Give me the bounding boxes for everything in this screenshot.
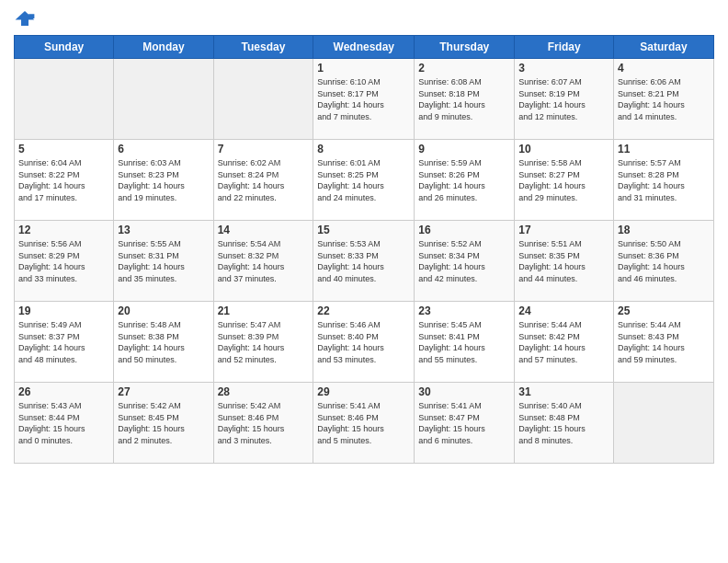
calendar-cell: 31Sunrise: 5:40 AM Sunset: 8:48 PM Dayli… bbox=[515, 383, 614, 464]
calendar-week-3: 19Sunrise: 5:49 AM Sunset: 8:37 PM Dayli… bbox=[15, 302, 714, 383]
calendar-cell: 5Sunrise: 6:04 AM Sunset: 8:22 PM Daylig… bbox=[15, 140, 114, 221]
calendar-header: Sunday Monday Tuesday Wednesday Thursday… bbox=[15, 36, 714, 59]
day-number: 7 bbox=[218, 143, 310, 155]
header-monday: Monday bbox=[114, 36, 213, 59]
day-number: 11 bbox=[618, 143, 710, 155]
day-number: 23 bbox=[418, 304, 510, 317]
calendar-cell: 18Sunrise: 5:50 AM Sunset: 8:36 PM Dayli… bbox=[614, 221, 714, 302]
calendar-cell bbox=[213, 59, 313, 140]
day-number: 30 bbox=[418, 385, 510, 398]
calendar-cell: 30Sunrise: 5:41 AM Sunset: 8:47 PM Dayli… bbox=[415, 383, 515, 464]
day-info: Sunrise: 5:43 AM Sunset: 8:44 PM Dayligh… bbox=[18, 400, 109, 446]
calendar-cell bbox=[114, 59, 213, 140]
calendar-cell: 19Sunrise: 5:49 AM Sunset: 8:37 PM Dayli… bbox=[15, 302, 114, 383]
calendar-cell: 21Sunrise: 5:47 AM Sunset: 8:39 PM Dayli… bbox=[213, 302, 313, 383]
day-number: 17 bbox=[518, 224, 609, 236]
day-info: Sunrise: 5:41 AM Sunset: 8:46 PM Dayligh… bbox=[317, 400, 410, 446]
calendar-cell bbox=[614, 383, 714, 464]
day-number: 1 bbox=[317, 62, 410, 75]
calendar-cell: 13Sunrise: 5:55 AM Sunset: 8:31 PM Dayli… bbox=[114, 221, 213, 302]
calendar-cell: 11Sunrise: 5:57 AM Sunset: 8:28 PM Dayli… bbox=[614, 140, 714, 221]
calendar-table: Sunday Monday Tuesday Wednesday Thursday… bbox=[14, 35, 714, 464]
day-number: 25 bbox=[618, 304, 710, 317]
day-number: 26 bbox=[18, 385, 109, 398]
page: Sunday Monday Tuesday Wednesday Thursday… bbox=[0, 0, 728, 563]
day-info: Sunrise: 6:02 AM Sunset: 8:24 PM Dayligh… bbox=[218, 157, 310, 203]
day-number: 3 bbox=[518, 62, 609, 75]
day-info: Sunrise: 5:54 AM Sunset: 8:32 PM Dayligh… bbox=[218, 238, 310, 284]
calendar-cell: 15Sunrise: 5:53 AM Sunset: 8:33 PM Dayli… bbox=[313, 221, 415, 302]
calendar-cell: 10Sunrise: 5:58 AM Sunset: 8:27 PM Dayli… bbox=[515, 140, 614, 221]
calendar-cell: 28Sunrise: 5:42 AM Sunset: 8:46 PM Dayli… bbox=[213, 383, 313, 464]
header-thursday: Thursday bbox=[415, 36, 515, 59]
calendar-cell: 20Sunrise: 5:48 AM Sunset: 8:38 PM Dayli… bbox=[114, 302, 213, 383]
day-number: 13 bbox=[118, 224, 209, 236]
day-number: 9 bbox=[418, 143, 510, 155]
day-info: Sunrise: 6:06 AM Sunset: 8:21 PM Dayligh… bbox=[618, 76, 710, 122]
day-number: 27 bbox=[118, 385, 209, 398]
day-number: 15 bbox=[317, 224, 410, 236]
day-number: 28 bbox=[218, 385, 310, 398]
day-info: Sunrise: 5:56 AM Sunset: 8:29 PM Dayligh… bbox=[18, 238, 109, 284]
logo bbox=[14, 9, 40, 28]
header-wednesday: Wednesday bbox=[313, 36, 415, 59]
day-number: 21 bbox=[218, 304, 310, 317]
day-number: 18 bbox=[618, 224, 710, 236]
calendar-cell: 6Sunrise: 6:03 AM Sunset: 8:23 PM Daylig… bbox=[114, 140, 213, 221]
calendar-cell bbox=[15, 59, 114, 140]
day-info: Sunrise: 5:46 AM Sunset: 8:40 PM Dayligh… bbox=[317, 319, 410, 365]
header-friday: Friday bbox=[515, 36, 614, 59]
calendar-cell: 14Sunrise: 5:54 AM Sunset: 8:32 PM Dayli… bbox=[213, 221, 313, 302]
calendar-cell: 4Sunrise: 6:06 AM Sunset: 8:21 PM Daylig… bbox=[614, 59, 714, 140]
calendar-cell: 16Sunrise: 5:52 AM Sunset: 8:34 PM Dayli… bbox=[415, 221, 515, 302]
header-tuesday: Tuesday bbox=[213, 36, 313, 59]
day-number: 2 bbox=[418, 62, 510, 75]
day-info: Sunrise: 5:53 AM Sunset: 8:33 PM Dayligh… bbox=[317, 238, 410, 284]
day-info: Sunrise: 5:47 AM Sunset: 8:39 PM Dayligh… bbox=[218, 319, 310, 365]
day-info: Sunrise: 6:10 AM Sunset: 8:17 PM Dayligh… bbox=[317, 76, 410, 122]
day-info: Sunrise: 5:50 AM Sunset: 8:36 PM Dayligh… bbox=[618, 238, 710, 284]
day-number: 20 bbox=[118, 304, 209, 317]
calendar-cell: 27Sunrise: 5:42 AM Sunset: 8:45 PM Dayli… bbox=[114, 383, 213, 464]
day-number: 19 bbox=[18, 304, 109, 317]
header bbox=[14, 9, 714, 28]
day-number: 4 bbox=[618, 62, 710, 75]
calendar-cell: 8Sunrise: 6:01 AM Sunset: 8:25 PM Daylig… bbox=[313, 140, 415, 221]
day-info: Sunrise: 5:58 AM Sunset: 8:27 PM Dayligh… bbox=[518, 157, 609, 203]
day-info: Sunrise: 6:01 AM Sunset: 8:25 PM Dayligh… bbox=[317, 157, 410, 203]
day-info: Sunrise: 5:41 AM Sunset: 8:47 PM Dayligh… bbox=[418, 400, 510, 446]
calendar-cell: 3Sunrise: 6:07 AM Sunset: 8:19 PM Daylig… bbox=[515, 59, 614, 140]
day-number: 12 bbox=[18, 224, 109, 236]
day-number: 10 bbox=[518, 143, 609, 155]
day-info: Sunrise: 5:44 AM Sunset: 8:43 PM Dayligh… bbox=[618, 319, 710, 365]
day-number: 16 bbox=[418, 224, 510, 236]
day-headers-row: Sunday Monday Tuesday Wednesday Thursday… bbox=[15, 36, 714, 59]
calendar-week-0: 1Sunrise: 6:10 AM Sunset: 8:17 PM Daylig… bbox=[15, 59, 714, 140]
header-saturday: Saturday bbox=[614, 36, 714, 59]
day-info: Sunrise: 5:57 AM Sunset: 8:28 PM Dayligh… bbox=[618, 157, 710, 203]
day-info: Sunrise: 5:49 AM Sunset: 8:37 PM Dayligh… bbox=[18, 319, 109, 365]
day-number: 5 bbox=[18, 143, 109, 155]
day-number: 31 bbox=[518, 385, 609, 398]
day-info: Sunrise: 5:55 AM Sunset: 8:31 PM Dayligh… bbox=[118, 238, 209, 284]
day-info: Sunrise: 6:03 AM Sunset: 8:23 PM Dayligh… bbox=[118, 157, 209, 203]
day-info: Sunrise: 5:48 AM Sunset: 8:38 PM Dayligh… bbox=[118, 319, 209, 365]
calendar-cell: 7Sunrise: 6:02 AM Sunset: 8:24 PM Daylig… bbox=[213, 140, 313, 221]
day-number: 22 bbox=[317, 304, 410, 317]
calendar-week-1: 5Sunrise: 6:04 AM Sunset: 8:22 PM Daylig… bbox=[15, 140, 714, 221]
day-info: Sunrise: 6:08 AM Sunset: 8:18 PM Dayligh… bbox=[418, 76, 510, 122]
calendar-cell: 25Sunrise: 5:44 AM Sunset: 8:43 PM Dayli… bbox=[614, 302, 714, 383]
day-info: Sunrise: 5:42 AM Sunset: 8:46 PM Dayligh… bbox=[218, 400, 310, 446]
calendar-cell: 24Sunrise: 5:44 AM Sunset: 8:42 PM Dayli… bbox=[515, 302, 614, 383]
day-number: 24 bbox=[518, 304, 609, 317]
day-info: Sunrise: 5:42 AM Sunset: 8:45 PM Dayligh… bbox=[118, 400, 209, 446]
day-info: Sunrise: 5:59 AM Sunset: 8:26 PM Dayligh… bbox=[418, 157, 510, 203]
day-number: 6 bbox=[118, 143, 209, 155]
day-info: Sunrise: 5:44 AM Sunset: 8:42 PM Dayligh… bbox=[518, 319, 609, 365]
day-number: 14 bbox=[218, 224, 310, 236]
calendar-cell: 26Sunrise: 5:43 AM Sunset: 8:44 PM Dayli… bbox=[15, 383, 114, 464]
calendar-cell: 2Sunrise: 6:08 AM Sunset: 8:18 PM Daylig… bbox=[415, 59, 515, 140]
calendar-cell: 9Sunrise: 5:59 AM Sunset: 8:26 PM Daylig… bbox=[415, 140, 515, 221]
day-info: Sunrise: 5:52 AM Sunset: 8:34 PM Dayligh… bbox=[418, 238, 510, 284]
calendar-week-4: 26Sunrise: 5:43 AM Sunset: 8:44 PM Dayli… bbox=[15, 383, 714, 464]
